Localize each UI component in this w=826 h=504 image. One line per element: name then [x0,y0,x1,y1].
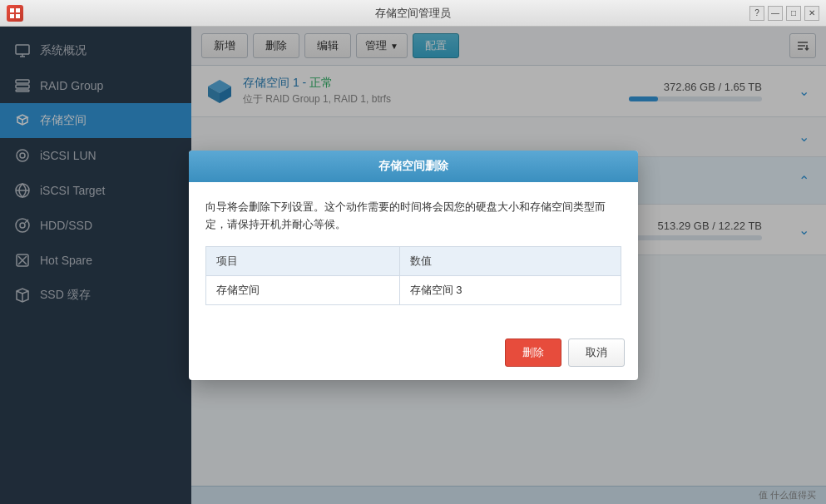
modal-table-cell-key: 存储空间 [205,276,399,305]
svg-rect-0 [10,8,14,12]
modal-cancel-button[interactable]: 取消 [568,338,625,367]
window-controls: ? — □ ✕ [749,6,819,21]
modal-table-header-item: 项目 [205,247,399,276]
modal-overlay: 存储空间删除 向导将会删除下列设置。这个动作需要的时间将会因您的硬盘大小和存储空… [0,27,826,504]
modal-footer: 删除 取消 [189,330,638,380]
title-bar-left [7,5,23,22]
modal-description: 向导将会删除下列设置。这个动作需要的时间将会因您的硬盘大小和存储空间类型而定，请… [205,199,621,234]
modal-body: 向导将会删除下列设置。这个动作需要的时间将会因您的硬盘大小和存储空间类型而定，请… [189,182,638,331]
svg-rect-1 [16,8,20,12]
svg-rect-3 [16,14,20,18]
minimize-button[interactable]: — [768,6,783,21]
app-icon [7,5,23,22]
title-bar: 存储空间管理员 ? — □ ✕ [0,0,826,27]
modal-table-row-1: 存储空间 存储空间 3 [205,276,621,305]
svg-rect-2 [10,14,14,18]
modal-delete-button[interactable]: 删除 [505,338,561,367]
modal-table: 项目 数值 存储空间 存储空间 3 [205,246,621,305]
maximize-button[interactable]: □ [786,6,801,21]
modal-table-cell-value: 存储空间 3 [399,276,621,305]
window-title: 存储空间管理员 [375,6,451,21]
delete-modal: 存储空间删除 向导将会删除下列设置。这个动作需要的时间将会因您的硬盘大小和存储空… [189,151,638,381]
modal-table-header-value: 数值 [399,247,621,276]
close-button[interactable]: ✕ [804,6,819,21]
help-button[interactable]: ? [749,6,764,21]
modal-header: 存储空间删除 [189,151,638,182]
